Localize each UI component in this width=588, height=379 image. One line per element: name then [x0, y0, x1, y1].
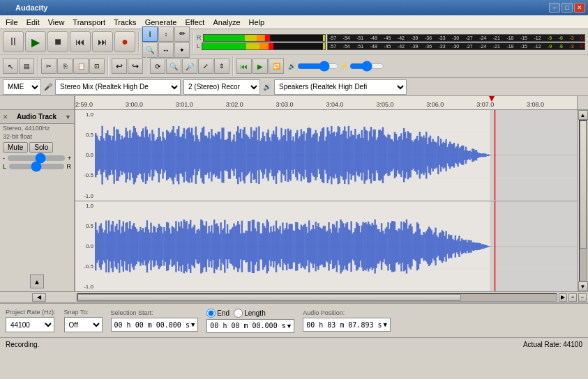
app-title: Audacity	[15, 3, 47, 12]
status-text: Recording.	[6, 341, 39, 348]
end-radio[interactable]	[206, 309, 216, 318]
menu-analyze[interactable]: Analyze	[209, 16, 244, 29]
length-radio[interactable]	[234, 309, 243, 318]
vertical-scrollbar[interactable]: ▲ ▼	[577, 110, 588, 291]
minimize-button[interactable]: −	[549, 3, 560, 13]
pan-slider[interactable]	[9, 164, 63, 169]
end-length-radio: End Length	[206, 309, 294, 318]
solo-button[interactable]: Solo	[29, 142, 53, 153]
track-scroll-up[interactable]: ▲	[30, 274, 44, 288]
undo-btn[interactable]: ↩	[112, 59, 127, 74]
clip-tool[interactable]: ▤	[19, 59, 34, 74]
track-menu-arrow[interactable]: ▼	[65, 114, 71, 121]
menu-tracks[interactable]: Tracks	[110, 16, 141, 29]
svg-rect-304	[489, 155, 490, 155]
project-rate-select[interactable]: 44100	[6, 317, 54, 332]
hscroll-track[interactable]	[77, 293, 557, 302]
waveform-channel-1[interactable]: 1.0 0.5 0.0 -0.5 -1.0	[75, 110, 577, 201]
menu-transport[interactable]: Transport	[68, 16, 110, 29]
gain-slider[interactable]	[8, 155, 65, 161]
fit-v-btn[interactable]: ⇕	[214, 59, 229, 74]
vscroll-down[interactable]: ▼	[578, 281, 588, 291]
mute-button[interactable]: Mute	[3, 142, 28, 153]
pause-button[interactable]: ⏸	[3, 31, 24, 52]
selection-start-value[interactable]: 00 h 00 m 00.000 s ▼	[111, 318, 199, 332]
menu-view[interactable]: View	[44, 16, 69, 29]
redo-btn[interactable]: ↪	[128, 59, 143, 74]
close-button[interactable]: ✕	[574, 3, 585, 13]
zoom-out-btn[interactable]: 🔎	[182, 59, 197, 74]
scroll-left-arrow[interactable]: ◀	[32, 293, 46, 302]
loop-btn[interactable]: 🔁	[269, 59, 284, 74]
snap-to-select[interactable]: Off	[64, 317, 103, 332]
waveform-channel-2[interactable]: 1.0 0.5 0.0 -0.5 -1.0 (function() { var	[75, 201, 577, 292]
input-device-select[interactable]: Stereo Mix (Realtek High De	[55, 79, 181, 95]
trim-tool[interactable]: ⊡	[89, 59, 105, 74]
scale-1.0-top: 1.0	[75, 111, 95, 118]
length-radio-label[interactable]: Length	[234, 309, 266, 318]
cut-tool[interactable]: ✂	[41, 59, 56, 74]
horizontal-scrollbar[interactable]: ◀ ▶ + −	[0, 291, 588, 302]
speed-slider[interactable]	[349, 63, 384, 69]
vscroll-track[interactable]	[579, 120, 587, 281]
audio-pos-label: Audio Position:	[303, 309, 391, 316]
scale-neg1.0-top: -1.0	[75, 193, 95, 199]
audio-pos-value[interactable]: 00 h 03 m 07.893 s ▼	[303, 318, 391, 332]
menu-help[interactable]: Help	[245, 16, 269, 29]
ruler-mark-9: 3:07.0	[476, 101, 494, 108]
output-device-select[interactable]: Speakers (Realtek High Defi	[274, 79, 407, 95]
menu-edit[interactable]: Edit	[22, 16, 44, 29]
scroll-right-arrow[interactable]: ▶	[559, 293, 567, 302]
ruler-mark-3: 3:01.0	[176, 101, 193, 108]
select-tool[interactable]: I	[142, 26, 158, 42]
toolbar-sep-6	[232, 56, 234, 76]
svg-rect-610	[489, 246, 490, 247]
gain-plus-label: +	[68, 155, 71, 162]
selection-start-label: Selection Start:	[111, 309, 199, 316]
record-button[interactable]: ●	[114, 31, 135, 52]
zoom-in-btn[interactable]: 🔍	[166, 59, 181, 74]
pan-row: L R	[0, 162, 74, 171]
snap-to-group: Snap To: Off	[64, 309, 103, 332]
skip-back-button[interactable]: ⏮	[70, 31, 91, 52]
play-button[interactable]: ▶	[25, 31, 46, 52]
fit-btn[interactable]: ⤢	[198, 59, 213, 74]
menu-file[interactable]: File	[1, 16, 22, 29]
tool-buttons: I ↕ ✏ 🔍 ↔ ✦	[142, 26, 190, 58]
toolbar-sep-5	[146, 56, 147, 76]
cursor-tool[interactable]: ↖	[3, 59, 18, 74]
end-dropdown[interactable]: ▼	[287, 323, 291, 330]
zoom-out-scroll[interactable]: −	[578, 293, 587, 302]
ruler-mark-6: 3:04.0	[326, 101, 344, 108]
vscroll-up[interactable]: ▲	[578, 110, 588, 120]
status-bar: Recording. Actual Rate: 44100	[0, 337, 588, 351]
skip-forward-button[interactable]: ⏭	[92, 31, 113, 52]
host-select[interactable]: MME	[3, 79, 41, 95]
ruler-mark-2: 3:00.0	[126, 101, 143, 108]
envelope-tool[interactable]: ↕	[158, 26, 174, 42]
scale-0.5-bot: 0.5	[75, 223, 95, 229]
play2-btn[interactable]: ▶	[252, 59, 268, 74]
menubar: File Edit View Transport Tracks Generate…	[0, 15, 588, 29]
copy-tool[interactable]: ⎘	[57, 59, 73, 74]
window-controls[interactable]: − □ ✕	[549, 3, 585, 13]
end-length-value[interactable]: 00 h 00 m 00.000 s ▼	[206, 319, 294, 333]
transport-controls: ⏸ ▶ ■ ⏮ ⏭ ●	[3, 31, 135, 52]
skip-start-btn[interactable]: ⏮	[236, 59, 252, 74]
paste-tool[interactable]: 📋	[73, 59, 89, 74]
maximize-button[interactable]: □	[561, 3, 573, 13]
sel-start-dropdown[interactable]: ▼	[191, 321, 195, 328]
channels-select[interactable]: 2 (Stereo) Recor	[183, 79, 260, 95]
zoom-in-scroll[interactable]: +	[568, 293, 577, 302]
stop-button[interactable]: ■	[47, 31, 68, 52]
scale-0.0-bot: 0.0	[75, 243, 95, 249]
volume-slider[interactable]	[297, 63, 339, 69]
toolbar-separator-2	[193, 32, 194, 52]
audio-pos-dropdown[interactable]: ▼	[384, 321, 387, 328]
sync-btn[interactable]: ⟳	[150, 59, 165, 74]
scale-0.0-top: 0.0	[75, 152, 95, 158]
draw-tool[interactable]: ✏	[174, 26, 190, 42]
end-radio-label[interactable]: End	[206, 309, 229, 318]
track-close-x[interactable]: ✕	[3, 114, 8, 121]
hscroll-thumb[interactable]	[77, 294, 461, 301]
